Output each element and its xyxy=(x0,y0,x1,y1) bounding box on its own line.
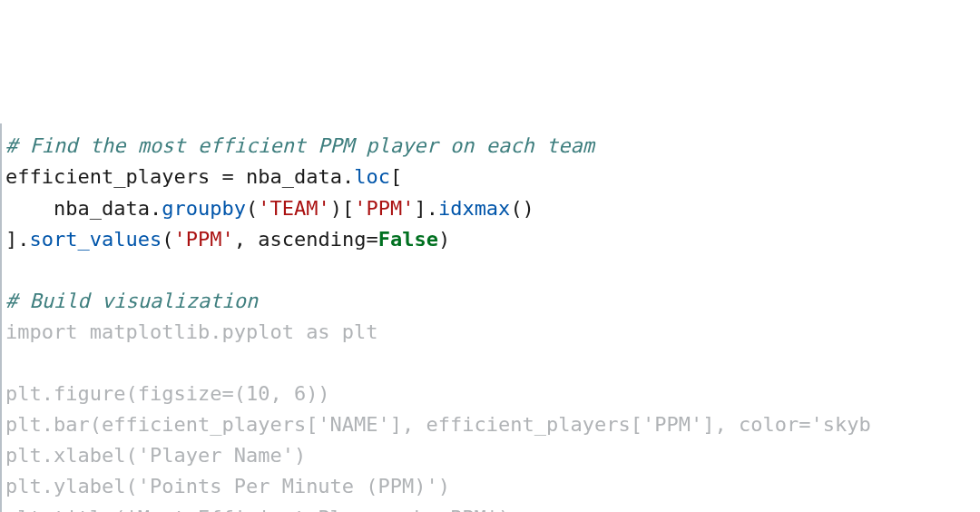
suggestion-line: plt.ylabel('Points Per Minute (PPM)') xyxy=(5,471,980,502)
suggestion-line: import matplotlib.pyplot as plt xyxy=(5,317,980,348)
keyword: False xyxy=(378,228,438,251)
suggestion-line: plt.figure(figsize=(10, 6)) xyxy=(5,379,980,409)
code-line-4: ].sort_values('PPM', ascending=False) xyxy=(5,224,980,255)
paren: () xyxy=(510,197,534,220)
suggestion-line: plt.xlabel('Player Name') xyxy=(5,440,980,471)
suggestion-line: plt.title('Most Efficient Players by PPM… xyxy=(5,503,980,513)
bracket: ] xyxy=(414,197,426,220)
bracket: [ xyxy=(390,165,402,188)
indent xyxy=(5,197,54,220)
comma: , xyxy=(234,228,259,251)
paren: ) xyxy=(438,228,450,251)
member: sort_values xyxy=(30,228,162,251)
member: loc xyxy=(354,165,390,188)
string: 'TEAM' xyxy=(258,197,329,220)
code-line-3: nba_data.groupby('TEAM')['PPM'].idxmax() xyxy=(5,193,980,224)
comment: # Build visualization xyxy=(5,290,258,312)
dot: . xyxy=(150,197,162,220)
member: idxmax xyxy=(438,197,510,220)
paren: ( xyxy=(246,197,258,220)
string: 'PPM' xyxy=(173,228,233,251)
suggestion-line: plt.bar(efficient_players['NAME'], effic… xyxy=(5,409,980,440)
string: 'PPM' xyxy=(354,197,414,220)
code-cell[interactable]: # Find the most efficient PPM player on … xyxy=(0,123,980,512)
operator: = xyxy=(366,228,377,251)
paren: ( xyxy=(162,228,173,251)
dot: . xyxy=(342,165,354,188)
bracket: ] xyxy=(5,228,17,251)
dot: . xyxy=(17,228,29,251)
identifier: nba_data xyxy=(246,165,342,188)
identifier: ascending xyxy=(258,228,366,251)
blank-line xyxy=(5,255,980,286)
comment: # Find the most efficient PPM player on … xyxy=(5,134,594,157)
blank-line xyxy=(5,348,980,379)
identifier: efficient_players xyxy=(5,165,221,188)
code-line-6: # Build visualization xyxy=(5,286,980,317)
operator: = xyxy=(221,165,246,188)
identifier: nba_data xyxy=(54,197,150,220)
member: groupby xyxy=(162,197,246,220)
code-line-2: efficient_players = nba_data.loc[ xyxy=(5,162,980,192)
code-line-1: # Find the most efficient PPM player on … xyxy=(5,131,980,162)
bracket: )[ xyxy=(330,197,355,220)
dot: . xyxy=(426,197,438,220)
